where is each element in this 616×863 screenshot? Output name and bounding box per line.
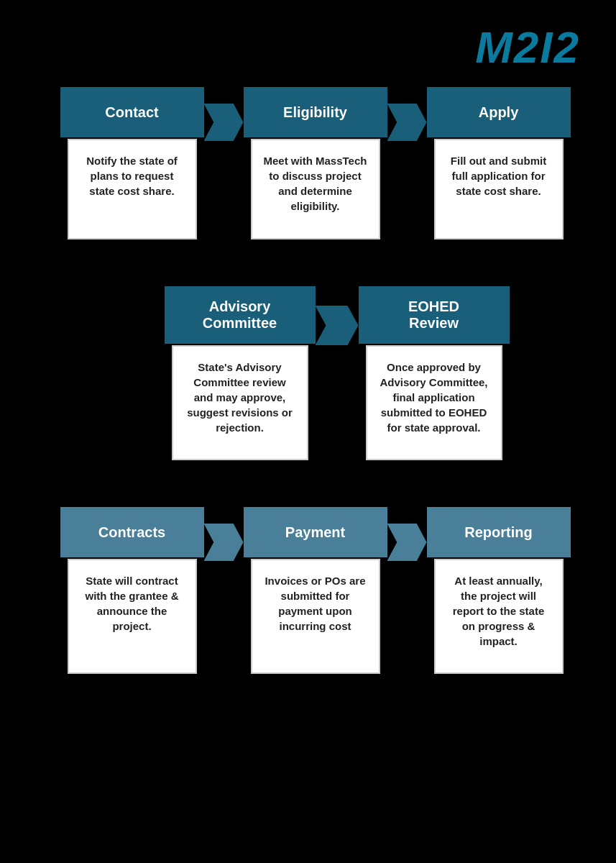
eohed-header: EOHED Review bbox=[359, 286, 510, 344]
step-apply: Apply Fill out and submit full applicati… bbox=[427, 87, 571, 239]
row3: Contracts State will contract with the g… bbox=[22, 507, 594, 674]
apply-header: Apply bbox=[427, 87, 571, 137]
chevron-icon-4 bbox=[204, 524, 244, 561]
arrow-2 bbox=[387, 98, 427, 141]
contact-desc: Notify the state of plans to request sta… bbox=[68, 139, 197, 239]
step-advisory: Advisory Committee State's Advisory Comm… bbox=[165, 286, 316, 460]
payment-label: Payment bbox=[285, 524, 345, 541]
chevron-icon-5 bbox=[387, 524, 427, 561]
contracts-header: Contracts bbox=[60, 507, 204, 557]
advisory-header: Advisory Committee bbox=[165, 286, 316, 344]
eligibility-header: Eligibility bbox=[244, 87, 387, 137]
contracts-desc: State will contract with the grantee & a… bbox=[68, 559, 197, 674]
advisory-label: Advisory Committee bbox=[203, 298, 277, 332]
step-contact: Contact Notify the state of plans to req… bbox=[60, 87, 204, 239]
advisory-desc: State's Advisory Committee review and ma… bbox=[172, 345, 308, 460]
reporting-desc: At least annually, the project will repo… bbox=[434, 559, 564, 674]
gap-1 bbox=[22, 261, 594, 286]
eohed-desc: Once approved by Advisory Committee, fin… bbox=[366, 345, 502, 460]
reporting-header: Reporting bbox=[427, 507, 571, 557]
contact-header: Contact bbox=[60, 87, 204, 137]
arrow-1 bbox=[204, 98, 244, 141]
contracts-label: Contracts bbox=[98, 524, 165, 541]
step-payment: Payment Invoices or POs are submitted fo… bbox=[244, 507, 387, 674]
chevron-icon-3 bbox=[316, 306, 359, 345]
step-reporting: Reporting At least annually, the project… bbox=[427, 507, 571, 674]
logo: M2I2 bbox=[475, 22, 580, 73]
logo-area: M2I2 bbox=[22, 14, 594, 80]
step-eligibility: Eligibility Meet with MassTech to discus… bbox=[244, 87, 387, 239]
payment-desc: Invoices or POs are submitted for paymen… bbox=[251, 559, 380, 674]
arrow-5 bbox=[387, 518, 427, 561]
step-eohed: EOHED Review Once approved by Advisory C… bbox=[359, 286, 510, 460]
eohed-label: EOHED Review bbox=[408, 298, 459, 332]
arrow-3 bbox=[316, 297, 359, 345]
eligibility-desc: Meet with MassTech to discuss project an… bbox=[251, 139, 380, 239]
chevron-icon-1 bbox=[204, 104, 244, 141]
page: M2I2 Contact Notify the state of plans t… bbox=[0, 0, 616, 863]
contact-label: Contact bbox=[105, 104, 158, 121]
eligibility-label: Eligibility bbox=[283, 104, 347, 121]
row2: Advisory Committee State's Advisory Comm… bbox=[22, 286, 594, 460]
apply-label: Apply bbox=[479, 104, 519, 121]
chevron-icon-2 bbox=[387, 104, 427, 141]
arrow-4 bbox=[204, 518, 244, 561]
step-contracts: Contracts State will contract with the g… bbox=[60, 507, 204, 674]
payment-header: Payment bbox=[244, 507, 387, 557]
reporting-label: Reporting bbox=[464, 524, 532, 541]
row1: Contact Notify the state of plans to req… bbox=[22, 87, 594, 239]
apply-desc: Fill out and submit full application for… bbox=[434, 139, 564, 239]
gap-2 bbox=[22, 482, 594, 507]
